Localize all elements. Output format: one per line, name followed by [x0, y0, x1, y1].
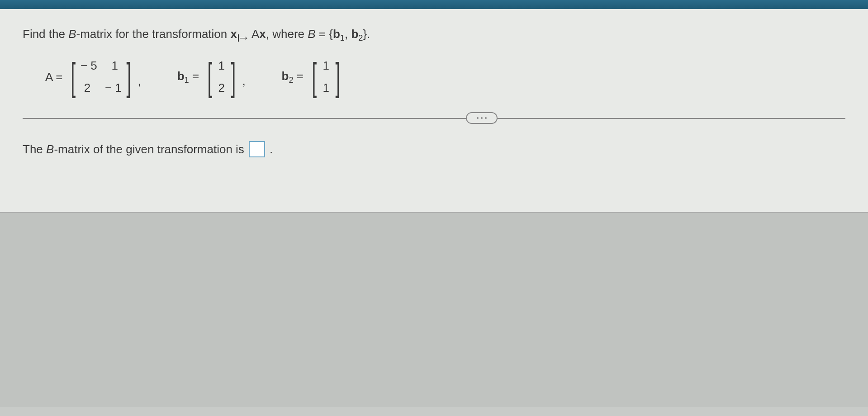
- answer-prompt: The B-matrix of the given transformation…: [23, 141, 845, 157]
- answer-input[interactable]: [249, 141, 265, 157]
- subscript: 2: [289, 76, 294, 85]
- subscript: 1: [185, 76, 189, 85]
- vector-content: 1 1: [320, 59, 332, 95]
- more-button[interactable]: [466, 112, 498, 124]
- left-bracket-icon: [: [312, 61, 317, 93]
- text: ,: [345, 27, 351, 41]
- dot-icon: [477, 117, 479, 119]
- matrix-row: − 5 1: [81, 59, 122, 73]
- text: }.: [363, 27, 370, 41]
- vector-cell: 1: [322, 59, 331, 73]
- subscript: 1: [340, 33, 345, 43]
- equals: =: [294, 69, 304, 83]
- matrix-label: A =: [45, 70, 62, 84]
- text: The: [23, 142, 46, 156]
- text: A: [251, 27, 259, 41]
- vector-cell: 1: [322, 81, 331, 95]
- matrix-cell: 2: [81, 81, 94, 95]
- vector-x: x: [259, 27, 266, 41]
- vector-cell: 1: [217, 59, 226, 73]
- right-bracket-icon: ]: [126, 61, 131, 93]
- question-panel: Find the B-matrix for the transformation…: [0, 9, 868, 213]
- question-prompt: Find the B-matrix for the transformation…: [23, 27, 845, 43]
- variable-B: B: [68, 27, 76, 41]
- divider-line: [23, 118, 845, 119]
- subscript: 2: [358, 33, 363, 43]
- vector-b: b: [282, 69, 289, 83]
- vector-label: b2 =: [282, 69, 304, 85]
- empty-area: [0, 213, 868, 407]
- variable-B: B: [46, 142, 54, 156]
- vector-content: 1 2: [215, 59, 228, 95]
- vector-b: b: [177, 69, 185, 83]
- right-bracket-icon: ]: [335, 61, 340, 93]
- left-bracket-icon: [: [208, 61, 213, 93]
- vector-b1: b1 = [ 1 2 ] ,: [177, 59, 246, 95]
- vector-b2: b2 = [ 1 1 ]: [282, 59, 343, 95]
- text: , where: [266, 27, 308, 41]
- matrix-cell: − 5: [81, 59, 97, 73]
- vector-label: b1 =: [177, 69, 199, 85]
- right-bracket-icon: ]: [231, 61, 236, 93]
- math-definitions: A = [ − 5 1 2 − 1 ] , b1 = [ 1: [45, 59, 845, 95]
- matrix-row: 2 − 1: [81, 81, 122, 95]
- text: -matrix for the transformation: [76, 27, 231, 41]
- text: Find the: [23, 27, 68, 41]
- vector-cell: 2: [217, 81, 226, 95]
- dot-icon: [485, 117, 487, 119]
- left-bracket-icon: [: [71, 61, 76, 93]
- text: .: [270, 142, 273, 156]
- matrix-cell: − 1: [105, 81, 122, 95]
- text: The B-matrix of the given transformation…: [23, 142, 244, 156]
- separator: ,: [242, 74, 245, 95]
- vector-x: x: [231, 27, 237, 41]
- text: = {: [316, 27, 333, 41]
- matrix-content: − 5 1 2 − 1: [79, 59, 123, 95]
- divider: [23, 118, 845, 118]
- vector-b: b: [351, 27, 358, 41]
- equals: =: [189, 69, 199, 83]
- dot-icon: [481, 117, 483, 119]
- vector-b: b: [333, 27, 340, 41]
- text: -matrix of the given transformation is: [54, 142, 244, 156]
- matrix-cell: 1: [108, 59, 122, 73]
- separator: ,: [138, 74, 141, 95]
- variable-B: B: [308, 27, 315, 41]
- window-title-bar: [0, 0, 868, 9]
- matrix-A: A = [ − 5 1 2 − 1 ] ,: [45, 59, 141, 95]
